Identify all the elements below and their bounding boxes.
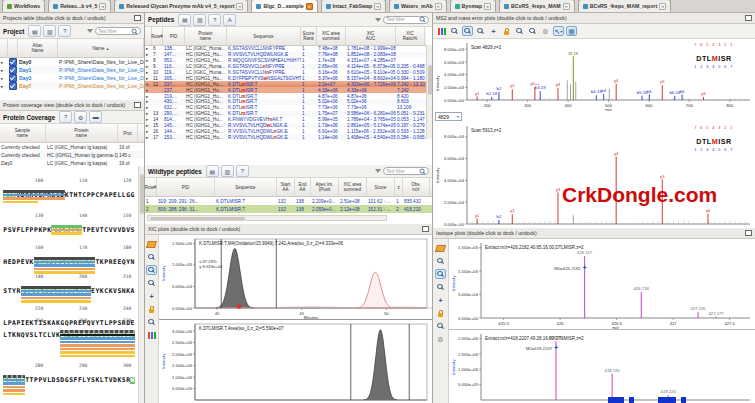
table-view-icon[interactable]: ▤: [206, 165, 219, 177]
zoom-out-button[interactable]: [449, 26, 460, 36]
coverage-bar[interactable]: [21, 290, 91, 293]
coverage-bar[interactable]: [21, 300, 91, 303]
lock-button[interactable]: [501, 26, 512, 36]
expand-icon[interactable]: ▸: [146, 135, 151, 140]
coverage-bar[interactable]: [3, 386, 25, 389]
table-row[interactable]: ▸9113...LC (IGKC_Huma...K.SGTASVVCLLnNFY…: [145, 64, 426, 70]
coverage-bar[interactable]: [3, 389, 25, 392]
zoom-x-button[interactable]: [146, 317, 157, 327]
coverage-bar[interactable]: [34, 264, 96, 267]
column-header[interactable]: XIC Ratio%: [396, 27, 425, 45]
table-row[interactable]: 2806; 288; 296; 31...K.DTLMISR.T1321382.…: [145, 205, 432, 213]
tab-close-icon[interactable]: ×: [374, 3, 381, 10]
column-header[interactable]: Alias Name: [18, 39, 58, 57]
peptides-text-filter-input[interactable]: Text filter: [383, 16, 429, 24]
coverage-bar[interactable]: [3, 190, 65, 193]
zoom-sel-button[interactable]: [435, 282, 446, 292]
zoom-out-button[interactable]: [435, 256, 446, 266]
column-header[interactable]: Name▴: [58, 39, 144, 57]
coverage-bar[interactable]: [3, 393, 25, 396]
tab-8[interactable]: BCvRS_4reps_MAM×: [499, 0, 575, 12]
coverage-bar[interactable]: [34, 268, 96, 271]
select-button[interactable]: ↖▾: [553, 26, 564, 36]
table-row[interactable]: ▸219,...HC (IGHG1_Hu...K.DTLmISR.T14.87e…: [145, 93, 426, 99]
table-row[interactable]: ▸8952...HC (IGHG1_Hu...R.WQQGNVFSCSVMHEA…: [145, 58, 426, 64]
coverage-bar[interactable]: [51, 232, 82, 235]
tab-5[interactable]: Intact_FabSwap×: [321, 0, 387, 12]
table-view-icon[interactable]: ▤: [178, 14, 191, 26]
zoom-out-button[interactable]: [146, 252, 157, 262]
table-view-icon[interactable]: ▤: [28, 25, 41, 37]
column-header[interactable]: End AA: [295, 178, 311, 196]
expand-icon[interactable]: ▸: [146, 105, 151, 110]
chart-button[interactable]: [436, 26, 447, 36]
table-row[interactable]: 1319; 209; 291; 26...K.DTLMISR.T1321382.…: [145, 197, 432, 205]
expand-icon[interactable]: ▸: [146, 76, 151, 81]
pan-button[interactable]: +: [435, 295, 446, 305]
coverage-bar[interactable]: [34, 257, 96, 260]
column-header[interactable]: XIC area summed: [339, 178, 367, 196]
column-header[interactable]: [0, 39, 8, 57]
table-row[interactable]: Currently checkedLC (IGKC_Human Ig kappa…: [0, 143, 144, 151]
zoom-x-button[interactable]: [514, 26, 525, 36]
expand-icon[interactable]: ▸: [146, 99, 151, 104]
expand-icon[interactable]: ▸: [146, 52, 151, 57]
dock-icon[interactable]: [422, 226, 429, 232]
isotope-plot-wildtype[interactable]: 5.000e+051.000e+061.500e+062.000e+06418.…: [449, 329, 755, 403]
column-header[interactable]: Sample name: [0, 124, 46, 142]
checkbox[interactable]: [9, 58, 17, 66]
grid-view-icon[interactable]: ▥: [43, 25, 56, 37]
coverage-bar[interactable]: [3, 379, 25, 382]
coverage-bar[interactable]: [34, 261, 96, 264]
column-header[interactable]: Sequence: [227, 27, 301, 45]
sort-icon[interactable]: ▴: [107, 46, 109, 51]
filter-funnel-icon[interactable]: [87, 29, 93, 33]
tab-1[interactable]: Workflows: [2, 0, 45, 12]
column-header[interactable]: Apex Int. (Posit: [311, 178, 339, 196]
settings-button[interactable]: ⚙: [435, 334, 446, 344]
help-icon[interactable]: ?: [58, 25, 71, 37]
table-row[interactable]: ▸14814...HC (IGHG1_Hu...K.FNWYVDGVEVHnAK…: [145, 117, 426, 123]
coverage-bar[interactable]: [60, 341, 135, 344]
tab-close-icon[interactable]: ×: [99, 3, 106, 10]
xic-plot-oxidized[interactable]: 0.000e+005.000e+041.000e+051.500e+054045…: [159, 235, 432, 319]
tag-button[interactable]: [146, 239, 157, 249]
expand-icon[interactable]: ▸: [146, 123, 151, 128]
coverage-options-icon[interactable]: ?: [59, 111, 72, 123]
coverage-bar[interactable]: [51, 229, 82, 232]
coverage-bar[interactable]: [3, 197, 65, 200]
column-header[interactable]: Start AA: [277, 178, 295, 196]
expand-icon[interactable]: ▸: [146, 117, 151, 122]
table-row[interactable]: ▸632,...HC (IGHG1_Hu...K.DTLmISR.T17.73e…: [145, 105, 426, 111]
coverage-bar[interactable]: [3, 201, 38, 204]
expand-icon[interactable]: ▸: [146, 64, 151, 69]
table-row[interactable]: ▸13290,...HC (IGHG1_Hu...K.DTLmISR.T11.7…: [145, 111, 426, 117]
tab-9[interactable]: BCvRS_4reps_MAM_report×: [578, 0, 671, 12]
wildtype-hscrollbar[interactable]: [147, 215, 387, 221]
grid-view-icon[interactable]: ▥: [221, 165, 234, 177]
filter-funnel-icon[interactable]: [375, 169, 381, 173]
help-icon[interactable]: ?: [236, 165, 249, 177]
layout-icon[interactable]: ▬: [89, 111, 102, 123]
coverage-bar[interactable]: [60, 344, 135, 347]
xic-plot-wildtype[interactable]: 5.000e+051.000e+061.500e+062.000e+062.50…: [159, 319, 432, 403]
column-header[interactable]: Row#: [152, 27, 163, 45]
expand-icon[interactable]: ▸: [146, 88, 151, 93]
dock-icon[interactable]: [745, 230, 752, 236]
checkbox[interactable]: [9, 66, 17, 74]
grid-view-icon[interactable]: ▥: [193, 14, 206, 26]
tab-6[interactable]: Waters_mAb×: [389, 0, 447, 12]
table-row[interactable]: Currently checkedHC (IGHG1_Human Ig gamm…: [0, 151, 144, 159]
dock-icon[interactable]: [745, 15, 752, 21]
table-row[interactable]: ▸10119...LC (IGKC_Huma...K.SGTASVVCLLNnF…: [145, 70, 426, 76]
table-row[interactable]: ▸7147...HC (IGHG1_Hu...R.VVSVLTVLHQDWLNG…: [145, 52, 426, 58]
dock-icon[interactable]: [134, 15, 141, 21]
coverage-bar[interactable]: [60, 330, 135, 333]
expand-icon[interactable]: ▸: [146, 111, 151, 116]
tab-3[interactable]: Released Glycan Prezyme mAb v4_5_report×: [114, 0, 248, 12]
coverage-bar[interactable]: [60, 348, 135, 351]
tab-close-icon[interactable]: ×: [484, 3, 491, 10]
column-header[interactable]: Protein name: [46, 124, 118, 142]
column-header[interactable]: Protein name: [185, 27, 227, 45]
table-row[interactable]: ▸Day3P:\PMI_Share\Data_files_for_Live_De…: [0, 74, 144, 82]
